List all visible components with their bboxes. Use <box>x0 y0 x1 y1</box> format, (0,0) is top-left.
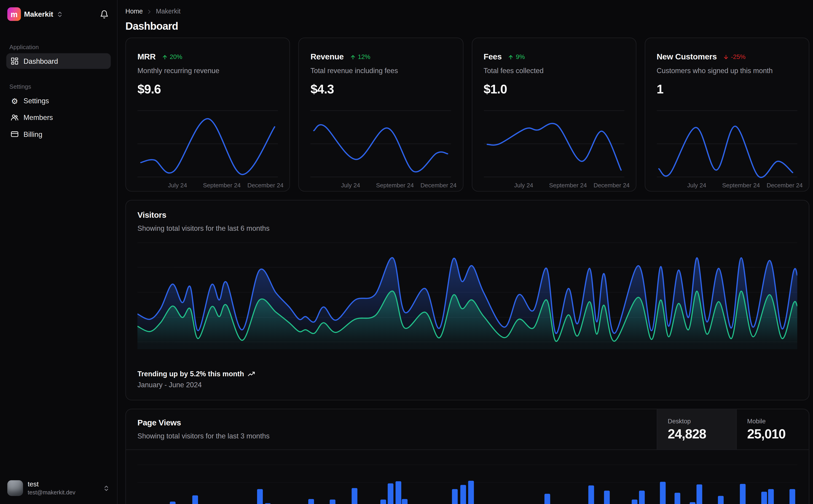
user-info: test test@makerkit.dev <box>28 480 75 496</box>
bar <box>675 493 680 504</box>
trend-badge: 9% <box>508 53 525 61</box>
workspace-switcher[interactable]: m Makerkit <box>7 7 63 21</box>
user-email: test@makerkit.dev <box>28 488 75 496</box>
bar <box>761 492 767 504</box>
stat-value: $9.6 <box>137 81 278 97</box>
stat-card-new-customers: New Customers -25% Customers who signed … <box>645 37 809 191</box>
x-tick-label: July 24 <box>341 182 360 188</box>
page-title: Dashboard <box>125 19 809 33</box>
sidebar-section-label: Application <box>6 44 111 50</box>
trend-badge: 12% <box>350 53 370 61</box>
x-axis-labels: July 24 September 24 December 24 <box>137 182 278 191</box>
bar <box>639 491 645 504</box>
stat-subtitle: Total fees collected <box>483 66 624 76</box>
breadcrumb: Home Makerkit <box>125 7 809 16</box>
bar <box>170 502 175 504</box>
trending-up-icon <box>248 370 255 378</box>
sidebar-item-members[interactable]: Members <box>6 110 111 125</box>
visitors-footer: Trending up by 5.2% this month January -… <box>137 369 797 390</box>
stat-title: Revenue <box>311 52 344 62</box>
sidebar-item-billing[interactable]: Billing <box>6 126 111 142</box>
fees-sparkline-chart: July 24 September 24 December 24 <box>483 110 624 191</box>
bar <box>690 502 696 504</box>
bar <box>768 489 774 504</box>
breadcrumb-current: Makerkit <box>156 7 181 16</box>
stat-title: New Customers <box>657 52 717 62</box>
stat-cards-row: MRR 20% Monthly recurring revenue $9.6 J… <box>125 37 809 191</box>
stat-title: MRR <box>137 52 156 62</box>
visitors-area-chart <box>137 239 797 364</box>
x-axis-labels: July 24 September 24 December 24 <box>657 182 797 191</box>
bar <box>352 488 358 504</box>
x-tick-label: September 24 <box>203 182 241 188</box>
sidebar-item-settings[interactable]: ⚙︎ Settings <box>6 93 111 109</box>
stat-subtitle: Monthly recurring revenue <box>137 66 278 76</box>
bar <box>192 495 198 504</box>
chevrons-up-down-icon <box>103 485 110 491</box>
sidebar-item-label: Dashboard <box>24 57 58 65</box>
toggle-desktop[interactable]: Desktop 24,828 <box>657 409 736 449</box>
makerkit-logo: m <box>7 7 21 21</box>
bar <box>740 484 746 504</box>
breadcrumb-home-link[interactable]: Home <box>125 7 143 16</box>
revenue-sparkline-chart: July 24 September 24 December 24 <box>311 110 451 191</box>
x-tick-label: July 24 <box>514 182 533 188</box>
stat-subtitle: Total revenue including fees <box>311 66 451 76</box>
trend-badge: -25% <box>723 53 746 61</box>
bar <box>257 489 263 504</box>
avatar <box>7 480 23 496</box>
trend-value: 20% <box>170 53 182 61</box>
stat-value: $4.3 <box>311 81 451 97</box>
toggle-mobile[interactable]: Mobile 25,010 <box>736 409 809 449</box>
sidebar-item-label: Members <box>24 114 53 121</box>
bar <box>718 496 724 504</box>
toggle-label: Mobile <box>747 417 798 425</box>
sidebar-nav-settings: Settings ⚙︎ Settings Members Billing <box>6 84 111 143</box>
bar <box>460 485 466 504</box>
sidebar-item-dashboard[interactable]: Dashboard <box>6 53 111 69</box>
bar <box>330 499 335 504</box>
stat-card-fees: Fees 9% Total fees collected $1.0 July 2… <box>472 37 636 191</box>
sidebar-item-label: Billing <box>24 130 42 138</box>
bell-icon[interactable] <box>99 9 110 20</box>
bar <box>588 485 594 504</box>
bar <box>789 489 795 504</box>
main-content: Home Makerkit Dashboard MRR 20% Monthly … <box>117 0 813 504</box>
arrow-up-icon <box>350 54 356 60</box>
visitors-title: Visitors <box>137 210 797 220</box>
trend-badge: 20% <box>162 53 182 61</box>
page-views-card: Page Views Showing total visitors for th… <box>125 409 809 504</box>
toggle-label: Desktop <box>668 417 726 425</box>
toggle-value: 24,828 <box>668 426 726 442</box>
stat-card-mrr: MRR 20% Monthly recurring revenue $9.6 J… <box>125 37 290 191</box>
x-tick-label: December 24 <box>767 182 803 188</box>
bar <box>308 499 314 504</box>
trend-value: -25% <box>731 53 746 61</box>
x-tick-label: July 24 <box>168 182 187 188</box>
sidebar-header: m Makerkit <box>6 6 111 22</box>
layout-dashboard-icon <box>11 57 19 65</box>
bar <box>604 491 610 504</box>
user-menu-button[interactable]: test test@makerkit.dev <box>6 478 111 498</box>
bar <box>632 499 638 504</box>
chevrons-up-down-icon <box>56 11 63 18</box>
visitors-trend-text: Trending up by 5.2% this month <box>137 369 244 379</box>
sidebar-section-label: Settings <box>6 84 111 90</box>
x-tick-label: September 24 <box>722 182 760 188</box>
bar <box>380 499 386 504</box>
sidebar-nav-application: Application Dashboard <box>6 44 111 70</box>
page-views-header: Page Views Showing total visitors for th… <box>126 409 809 450</box>
bar <box>387 483 393 504</box>
chevron-right-icon <box>146 9 152 14</box>
x-tick-label: December 24 <box>421 182 457 188</box>
page-views-subtitle: Showing total visitors for the last 3 mo… <box>137 431 646 441</box>
user-name: test <box>28 480 75 489</box>
stat-title: Fees <box>483 52 501 62</box>
page-views-title: Page Views <box>137 418 646 428</box>
visitors-subtitle: Showing total visitors for the last 6 mo… <box>137 223 797 233</box>
gear-icon: ⚙︎ <box>11 97 19 105</box>
new-customers-sparkline-chart: July 24 September 24 December 24 <box>657 110 797 191</box>
bar <box>660 482 666 504</box>
bar <box>696 484 702 504</box>
x-tick-label: December 24 <box>248 182 284 188</box>
